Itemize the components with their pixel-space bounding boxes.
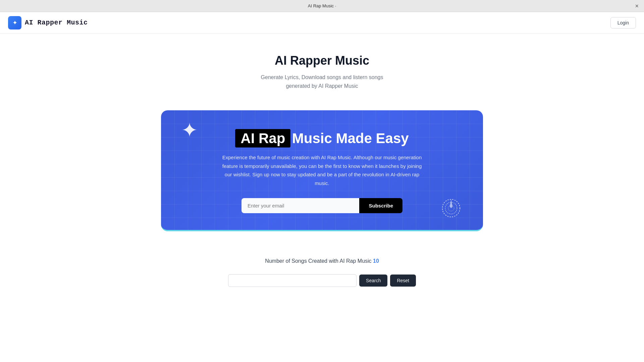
- hero-section: AI Rapper Music Generate Lyrics, Downloa…: [0, 34, 644, 104]
- search-section: Search Reset: [221, 274, 423, 300]
- email-form: Subscribe: [241, 198, 402, 213]
- card-title-highlighted: AI Rap: [235, 129, 290, 147]
- search-button[interactable]: Search: [359, 275, 387, 287]
- search-input[interactable]: [228, 274, 357, 287]
- spin-decoration: [439, 196, 463, 220]
- reset-button[interactable]: Reset: [390, 275, 416, 287]
- search-form: Search Reset: [228, 274, 416, 287]
- logo-icon: ✦: [12, 19, 17, 26]
- hero-subtitle-line2: generated by AI Rapper Music: [286, 83, 358, 89]
- hero-subtitle-line1: Generate Lyrics, Download songs and list…: [261, 74, 383, 80]
- songs-count-label: Number of Songs Created with AI Rap Musi…: [265, 258, 371, 264]
- blue-card: ✦ AI Rap Music Made Easy Experience the …: [161, 110, 483, 231]
- browser-bar: AI Rap Music · ×: [0, 0, 644, 12]
- email-input[interactable]: [241, 198, 359, 213]
- browser-close-button[interactable]: ×: [635, 3, 639, 9]
- songs-count-number: 10: [373, 258, 379, 264]
- brand-name: AI Rapper Music: [25, 19, 88, 26]
- songs-count-section: Number of Songs Created with AI Rap Musi…: [0, 238, 644, 274]
- brand-logo: ✦: [8, 16, 21, 29]
- card-title: AI Rap Music Made Easy: [174, 130, 470, 146]
- hero-subtitle: Generate Lyrics, Download songs and list…: [7, 73, 637, 90]
- browser-title: AI Rap Music ·: [308, 3, 336, 8]
- navbar-brand: ✦ AI Rapper Music: [8, 16, 88, 29]
- card-description: Experience the future of music creation …: [221, 153, 423, 187]
- hero-title: AI Rapper Music: [7, 54, 637, 68]
- subscribe-button[interactable]: Subscribe: [359, 198, 402, 213]
- navbar: ✦ AI Rapper Music Login: [0, 12, 644, 34]
- card-title-normal: Music Made Easy: [292, 130, 409, 146]
- login-button[interactable]: Login: [610, 17, 636, 28]
- app-container: ✦ AI Rapper Music Login AI Rapper Music …: [0, 12, 644, 362]
- songs-count-text: Number of Songs Created with AI Rap Musi…: [7, 258, 637, 264]
